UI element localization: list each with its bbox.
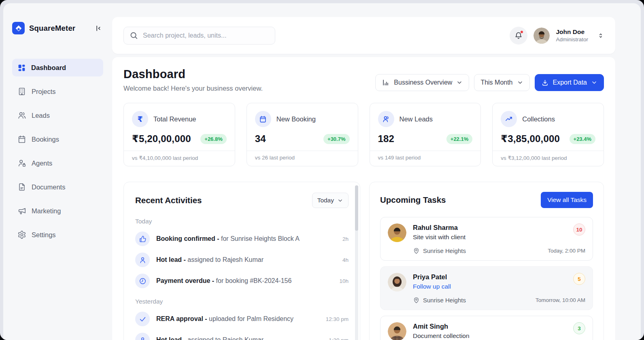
bottom-panels: Recent Activities Today Today [123,182,604,340]
overview-select-label: Bussiness Overview [394,79,452,86]
agent-lock-icon [17,159,26,168]
user-menu-chevrons-icon[interactable] [597,32,604,39]
task-list: Rahul Sharma Site visit with client 10 [380,217,593,340]
activities-scrollbar[interactable] [355,185,358,340]
users-icon [17,111,26,120]
sidebar-collapse-icon[interactable] [94,23,103,33]
sidebar-item-label: Documents [32,183,65,191]
thumbs-up-icon [135,232,150,246]
task-location: Sunrise Heights [413,247,466,254]
sidebar-item-label: Marketing [32,207,61,215]
scrollbar-thumb[interactable] [355,185,358,231]
activity-text: RERA approval - uploaded for Palm Reside… [156,315,293,323]
rupee-icon: ₹ [132,111,148,127]
search-box[interactable] [123,27,275,45]
sidebar-item-agents[interactable]: Agents [12,154,103,172]
stat-compare: vs ₹3,12,00,000 last period [493,151,604,166]
person-icon [135,253,150,267]
avatar [388,223,406,242]
clock-icon [135,274,150,288]
task-person-name: Amit Singh [413,323,470,330]
stat-value: 182 [378,133,395,144]
map-pin-icon [413,247,420,254]
task-card[interactable]: Rahul Sharma Site visit with client 10 [380,217,593,261]
stat-cards-row: ₹ Total Revenue ₹5,20,00,000 +26.8% vs ₹… [123,103,604,166]
activity-row: Hot lead - assigned to Rajesh Kumar 4h [135,253,349,267]
avatar [388,322,406,340]
notifications-button[interactable] [510,27,527,45]
sidebar-item-projects[interactable]: Projects [12,83,103,100]
overview-select-button[interactable]: Bussiness Overview [375,74,469,91]
sidebar-item-settings[interactable]: Settings [12,226,103,244]
search-input[interactable] [143,32,269,39]
window-frame: SquareMeter Dashboard Projects [0,0,644,340]
activity-time: 4h [342,257,349,263]
megaphone-icon [17,206,26,215]
activities-filter-button[interactable]: Today [312,193,349,208]
page-title: Dashboard [123,68,263,81]
activity-text: Hot lead - assigned to Rajesh Kumar [156,336,264,340]
stat-value: ₹5,20,00,000 [132,133,191,144]
main-column: John Doe Administrator Dashboard Welcome… [112,3,615,340]
export-data-button[interactable]: Export Data [535,74,604,91]
activity-row: RERA approval - uploaded for Palm Reside… [135,312,349,326]
topbar-right: John Doe Administrator [510,27,604,45]
sidebar-item-label: Projects [32,88,56,96]
period-select-button[interactable]: This Month [474,74,529,91]
user-name: John Doe [556,28,588,36]
stat-compare: vs 149 last period [370,151,481,166]
chevron-down-icon [591,79,597,86]
brand-name: SquareMeter [29,24,89,33]
task-description: Site visit with client [413,234,465,241]
sidebar-item-dashboard[interactable]: Dashboard [12,59,103,76]
activity-time: 10h [339,278,349,284]
activities-title: Recent Activities [135,196,202,205]
stat-delta-badge: +26.8% [200,134,226,144]
task-person-name: Rahul Sharma [413,224,465,232]
activity-row: Hot lead - assigned to Rajesh Kumar 1:30… [135,333,349,340]
task-person-name: Priya Patel [413,273,451,281]
sidebar-item-label: Bookings [32,136,59,143]
activity-time: 2h [342,236,349,242]
activities-filter-label: Today [317,197,334,204]
task-card[interactable]: Priya Patel Follow up call 5 [380,266,593,310]
sidebar-item-documents[interactable]: Documents [12,178,103,196]
header-actions: Bussiness Overview This Month [375,74,604,91]
task-description: Document collection [413,332,470,340]
task-description-link[interactable]: Follow up call [413,283,451,290]
view-all-tasks-button[interactable]: View all Tasks [541,192,593,208]
sidebar-item-label: Dashboard [31,64,66,72]
chevron-down-icon [456,79,463,86]
squaremeter-logo-icon [12,22,25,34]
task-count-badge: 5 [573,273,585,285]
stat-delta-badge: +23.4% [570,134,595,144]
users-icon [378,111,394,127]
activity-text: Booking confirmed - for Sunrise Heights … [156,235,300,242]
user-info[interactable]: John Doe Administrator [556,28,588,42]
notification-dot [520,30,523,34]
avatar [388,273,406,291]
chevron-down-icon [517,79,523,86]
activity-time: 12:30 pm [326,316,349,322]
calendar-icon [255,111,271,127]
period-select-label: This Month [480,79,512,86]
task-time: Tomorrow, 10:00 AM [536,297,585,303]
activity-row: Booking confirmed - for Sunrise Heights … [135,232,349,246]
document-icon [17,183,26,191]
stat-card-new-leads: New Leads 182 +22.1% vs 149 last period [370,103,481,166]
sidebar-item-bookings[interactable]: Bookings [12,130,103,148]
sidebar-item-marketing[interactable]: Marketing [12,202,103,220]
activity-time: 1:30 pm [329,337,349,340]
stat-delta-badge: +22.1% [446,134,472,144]
calendar-icon [17,135,26,144]
task-count-badge: 3 [573,322,585,334]
sidebar-item-leads[interactable]: Leads [12,106,103,124]
download-icon [541,79,549,87]
upcoming-tasks-panel: Upcoming Tasks View all Tasks Rahul Shar… [369,182,604,340]
stat-value: 34 [255,133,266,144]
task-card[interactable]: Amit Singh Document collection 3 [380,316,593,340]
user-avatar[interactable] [533,28,550,44]
stat-label: New Leads [400,115,433,123]
activity-group-label: Yesterday [135,298,349,305]
stat-label: Total Revenue [153,115,196,123]
